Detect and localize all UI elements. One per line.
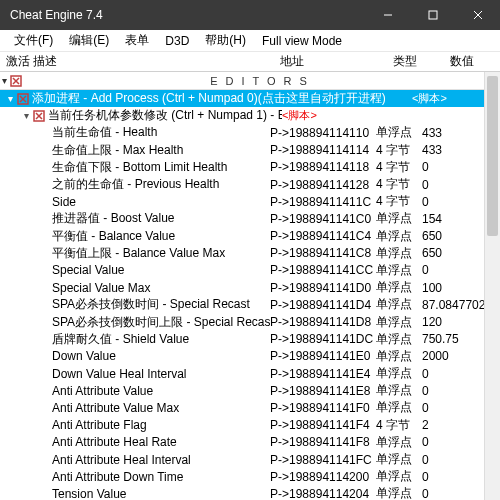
collapse-icon[interactable]: ▾ — [0, 75, 9, 86]
row-value[interactable]: 433 — [422, 126, 484, 140]
close-button[interactable] — [455, 0, 500, 30]
row-value[interactable]: 0 — [422, 367, 484, 381]
row-address[interactable]: P->198894114204 — [270, 487, 376, 500]
row-value[interactable]: 2000 — [422, 349, 484, 363]
row-address[interactable]: P->1988941141F4 — [270, 418, 376, 432]
row-type[interactable]: 4 字节 — [376, 417, 422, 434]
row-value[interactable]: 0 — [422, 263, 484, 277]
col-value[interactable]: 数值 — [430, 53, 494, 70]
row-type[interactable]: 单浮点 — [376, 262, 422, 279]
table-row[interactable]: Special ValueP->1988941141CC单浮点0 — [0, 262, 500, 279]
minimize-button[interactable] — [365, 0, 410, 30]
row-type[interactable]: 单浮点 — [376, 210, 422, 227]
table-row[interactable]: 推进器值 - Boost ValueP->1988941141C0单浮点154 — [0, 210, 500, 227]
table-row[interactable]: 盾牌耐久值 - Shield ValueP->1988941141DC单浮点75… — [0, 331, 500, 348]
row-address[interactable]: P->19889411411C — [270, 195, 376, 209]
table-row[interactable]: Anti Attribute ValueP->1988941141E8单浮点0 — [0, 382, 500, 399]
row-address[interactable]: P->198894114114 — [270, 143, 376, 157]
col-type[interactable]: 类型 — [380, 53, 430, 70]
menu-d3d[interactable]: D3D — [157, 32, 197, 50]
row-type[interactable]: 4 字节 — [376, 176, 422, 193]
row-value[interactable]: 0 — [422, 195, 484, 209]
row-value[interactable]: 2 — [422, 418, 484, 432]
table-row[interactable]: Anti Attribute FlagP->1988941141F44 字节2 — [0, 417, 500, 434]
row-type[interactable]: 单浮点 — [376, 296, 422, 313]
row-type[interactable]: 单浮点 — [376, 399, 422, 416]
table-row[interactable]: 平衡值上限 - Balance Value MaxP->1988941141C8… — [0, 245, 500, 262]
row-address[interactable]: P->1988941141D0 — [270, 281, 376, 295]
row-value[interactable]: 120 — [422, 315, 484, 329]
row-type[interactable]: 单浮点 — [376, 228, 422, 245]
row-address[interactable]: P->1988941141C8 — [270, 246, 376, 260]
row-address[interactable]: P->1988941141CC — [270, 263, 376, 277]
row-address[interactable]: P->1988941141C0 — [270, 212, 376, 226]
row-value[interactable]: 100 — [422, 281, 484, 295]
row-value[interactable]: 0 — [422, 160, 484, 174]
row-type[interactable]: 单浮点 — [376, 314, 422, 331]
row-type[interactable]: 4 字节 — [376, 193, 422, 210]
table-row[interactable]: Anti Attribute Value MaxP->1988941141F0单… — [0, 399, 500, 416]
table-row[interactable]: Special Value MaxP->1988941141D0单浮点100 — [0, 279, 500, 296]
table-row[interactable]: Down ValueP->1988941141E0单浮点2000 — [0, 348, 500, 365]
table-row[interactable]: 当前生命值 - HealthP->198894114110单浮点433 — [0, 124, 500, 141]
table-row[interactable]: 生命值上限 - Max HealthP->1988941141144 字节433 — [0, 142, 500, 159]
menu-help[interactable]: 帮助(H) — [197, 30, 254, 51]
expand-icon[interactable]: ▾ — [4, 93, 16, 104]
row-address[interactable]: P->1988941141F8 — [270, 435, 376, 449]
row-value[interactable]: 0 — [422, 401, 484, 415]
row-type[interactable]: 单浮点 — [376, 468, 422, 485]
row-type[interactable]: 单浮点 — [376, 348, 422, 365]
row-battle-unit-params[interactable]: ▾ 当前任务机体参数修改 (Ctrl + Numpad 1) - Battle … — [0, 107, 500, 124]
row-value[interactable]: 0 — [422, 470, 484, 484]
expand-icon[interactable]: ▾ — [20, 110, 32, 121]
row-type[interactable]: 单浮点 — [376, 434, 422, 451]
row-address[interactable]: P->1988941141C4 — [270, 229, 376, 243]
row-type[interactable]: 单浮点 — [376, 451, 422, 468]
table-row[interactable]: 生命值下限 - Bottom Limit HealthP->1988941141… — [0, 159, 500, 176]
row-value[interactable]: 433 — [422, 143, 484, 157]
col-address[interactable]: 地址 — [280, 53, 380, 70]
table-row[interactable]: Tension ValueP->198894114204单浮点0 — [0, 485, 500, 500]
row-address[interactable]: P->1988941141F0 — [270, 401, 376, 415]
row-type[interactable]: 4 字节 — [376, 142, 422, 159]
row-value[interactable]: 0 — [422, 487, 484, 500]
row-type[interactable]: 单浮点 — [376, 331, 422, 348]
row-type[interactable]: 4 字节 — [376, 159, 422, 176]
delete-icon[interactable] — [9, 74, 23, 88]
row-address[interactable]: P->1988941141D4 — [270, 298, 376, 312]
row-value[interactable]: 650 — [422, 229, 484, 243]
maximize-button[interactable] — [410, 0, 455, 30]
row-address[interactable]: P->1988941141DC — [270, 332, 376, 346]
row-type[interactable]: 单浮点 — [376, 279, 422, 296]
row-address[interactable]: P->1988941141FC — [270, 453, 376, 467]
delete-icon[interactable] — [16, 92, 30, 106]
row-address[interactable]: P->1988941141E4 — [270, 367, 376, 381]
row-address[interactable]: P->1988941141E0 — [270, 349, 376, 363]
col-activate-desc[interactable]: 激活 描述 — [0, 53, 280, 70]
row-value[interactable]: 650 — [422, 246, 484, 260]
table-row[interactable]: Anti Attribute Heal IntervalP->198894114… — [0, 451, 500, 468]
vertical-scrollbar[interactable] — [484, 72, 500, 500]
table-row[interactable]: Down Value Heal IntervalP->1988941141E4单… — [0, 365, 500, 382]
menu-file[interactable]: 文件(F) — [6, 30, 61, 51]
row-type[interactable]: 单浮点 — [376, 245, 422, 262]
row-type[interactable]: 单浮点 — [376, 382, 422, 399]
menu-table[interactable]: 表单 — [117, 30, 157, 51]
row-value[interactable]: 0 — [422, 384, 484, 398]
table-row[interactable]: SPA必杀技倒数时间上限 - Special RecastP->19889411… — [0, 313, 500, 330]
table-row[interactable]: 平衡值 - Balance ValueP->1988941141C4单浮点650 — [0, 228, 500, 245]
row-value[interactable]: 0 — [422, 178, 484, 192]
menu-fullview[interactable]: Full view Mode — [254, 32, 350, 50]
table-row[interactable]: 之前的生命值 - Previous HealthP->1988941141284… — [0, 176, 500, 193]
row-type[interactable]: 单浮点 — [376, 124, 422, 141]
table-row[interactable]: Anti Attribute Down TimeP->198894114200单… — [0, 468, 500, 485]
table-row[interactable]: SideP->19889411411C4 字节0 — [0, 193, 500, 210]
table-row[interactable]: Anti Attribute Heal RateP->1988941141F8单… — [0, 434, 500, 451]
row-add-process[interactable]: ▾ 添加进程 - Add Process (Ctrl + Numpad 0)(点… — [0, 90, 500, 107]
row-value[interactable]: 87.0847702 — [422, 298, 484, 312]
row-address[interactable]: P->198894114200 — [270, 470, 376, 484]
row-type[interactable]: 单浮点 — [376, 485, 422, 500]
row-address[interactable]: P->198894114128 — [270, 178, 376, 192]
row-address[interactable]: P->198894114118 — [270, 160, 376, 174]
row-value[interactable]: 750.75 — [422, 332, 484, 346]
